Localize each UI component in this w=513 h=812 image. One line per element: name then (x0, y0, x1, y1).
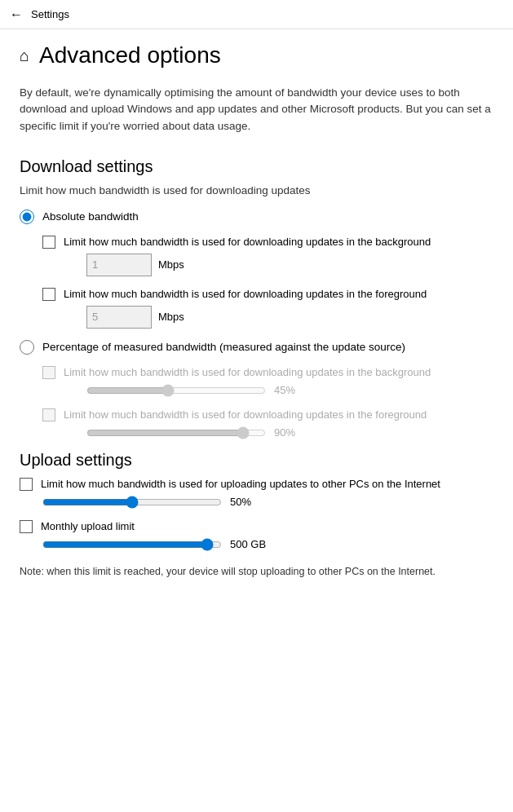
download-settings-section: Download settings Limit how much bandwid… (20, 157, 493, 439)
monthly-slider-row: 500 GB (42, 538, 493, 551)
monthly-upload-label: Monthly upload limit (41, 520, 135, 532)
upload-bandwidth-checkbox-option[interactable]: Limit how much bandwidth is used for upl… (20, 478, 493, 491)
upload-value: 50% (230, 496, 251, 508)
pct-fg-label: Limit how much bandwidth is used for dow… (64, 408, 427, 421)
pct-bg-checkbox[interactable] (42, 366, 55, 379)
percentage-bandwidth-radio-option[interactable]: Percentage of measured bandwidth (measur… (20, 340, 493, 355)
fg-bandwidth-label: Limit how much bandwidth is used for dow… (64, 288, 427, 300)
title-bar-label: Settings (31, 8, 69, 20)
monthly-upload-checkbox-option[interactable]: Monthly upload limit (20, 520, 493, 533)
upload-bandwidth-checkbox[interactable] (20, 478, 33, 491)
pct-bg-checkbox-option[interactable]: Limit how much bandwidth is used for dow… (42, 366, 493, 379)
pct-fg-slider[interactable] (86, 426, 266, 439)
absolute-options-group: Limit how much bandwidth is used for dow… (42, 236, 493, 329)
monthly-slider[interactable] (42, 538, 222, 551)
bg-bandwidth-checkbox[interactable] (42, 236, 55, 249)
absolute-bandwidth-label: Absolute bandwidth (42, 210, 139, 223)
monthly-upload-checkbox[interactable] (20, 520, 33, 533)
page-header: ⌂ Advanced options (20, 42, 493, 68)
upload-note: Note: when this limit is reached, your d… (20, 564, 493, 580)
bg-bandwidth-checkbox-option[interactable]: Limit how much bandwidth is used for dow… (42, 236, 493, 249)
upload-slider-row: 50% (42, 496, 493, 509)
description-text: By default, we're dynamically optimising… (20, 85, 493, 135)
upload-slider[interactable] (42, 496, 222, 509)
percentage-bandwidth-label: Percentage of measured bandwidth (measur… (42, 341, 405, 353)
pct-bg-label: Limit how much bandwidth is used for dow… (64, 366, 431, 378)
pct-bg-slider-row: 45% (86, 384, 493, 397)
absolute-bandwidth-radio-option[interactable]: Absolute bandwidth (20, 210, 493, 224)
bg-bandwidth-label: Limit how much bandwidth is used for dow… (64, 236, 431, 248)
percentage-options-group: Limit how much bandwidth is used for dow… (42, 366, 493, 439)
pct-fg-checkbox[interactable] (42, 408, 55, 421)
monthly-value: 500 GB (230, 538, 266, 550)
back-button[interactable]: ← (10, 7, 23, 22)
fg-input-row: Mbps (86, 306, 493, 329)
upload-settings-section: Upload settings Limit how much bandwidth… (20, 451, 493, 580)
download-section-title: Download settings (20, 157, 493, 176)
pct-fg-slider-row: 90% (86, 426, 493, 439)
title-bar: ← Settings (0, 0, 513, 29)
bg-input-row: Mbps (86, 254, 493, 276)
absolute-bandwidth-radio[interactable] (20, 210, 34, 224)
download-subtitle: Limit how much bandwidth is used for dow… (20, 184, 493, 196)
pct-fg-value: 90% (274, 426, 295, 439)
fg-unit-label: Mbps (158, 311, 184, 323)
upload-section-title: Upload settings (20, 451, 493, 470)
fg-mbps-input[interactable] (86, 306, 152, 329)
percentage-bandwidth-radio[interactable] (20, 340, 34, 355)
page-content: ⌂ Advanced options By default, we're dyn… (0, 29, 513, 599)
home-icon: ⌂ (20, 46, 29, 65)
fg-bandwidth-checkbox[interactable] (42, 288, 55, 301)
bg-unit-label: Mbps (158, 258, 184, 271)
pct-bg-slider[interactable] (86, 384, 266, 397)
page-title: Advanced options (39, 42, 221, 68)
upload-bandwidth-label: Limit how much bandwidth is used for upl… (41, 478, 440, 490)
bg-mbps-input[interactable] (86, 254, 152, 276)
pct-fg-checkbox-option[interactable]: Limit how much bandwidth is used for dow… (42, 408, 493, 421)
pct-bg-value: 45% (274, 384, 295, 396)
fg-bandwidth-checkbox-option[interactable]: Limit how much bandwidth is used for dow… (42, 288, 493, 301)
